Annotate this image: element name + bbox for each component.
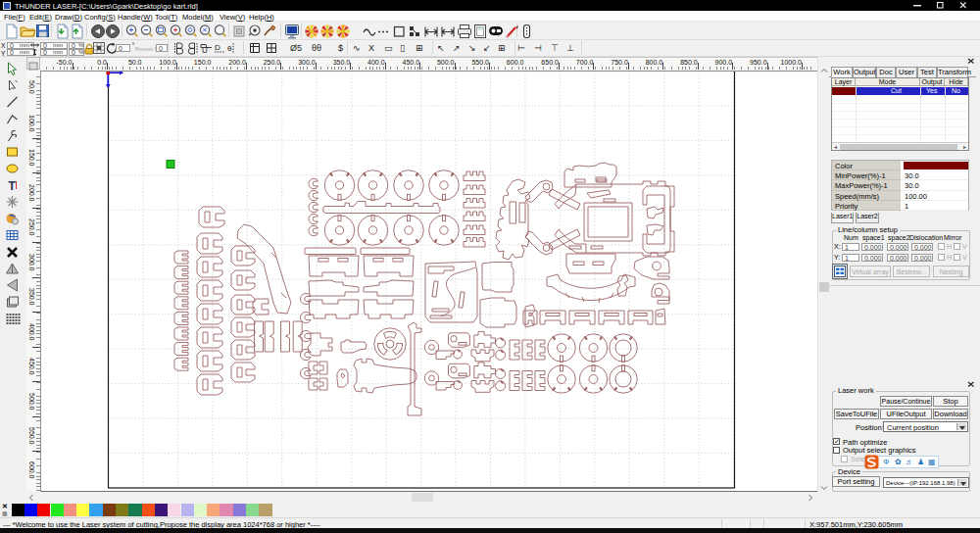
- svg-text:U: U: [202, 46, 208, 55]
- svg-text:D: D: [215, 43, 220, 52]
- svg-text:θ: θ: [227, 44, 232, 53]
- svg-text:T: T: [9, 179, 17, 193]
